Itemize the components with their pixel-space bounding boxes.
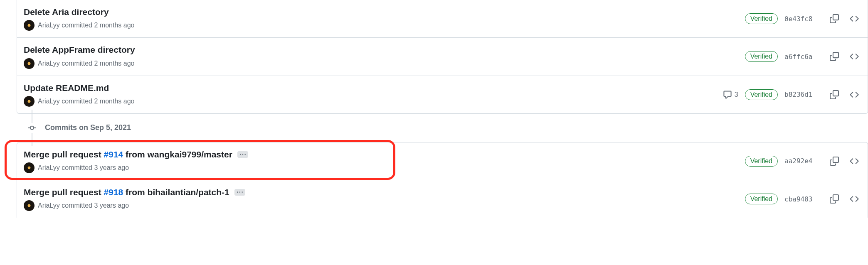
code-icon xyxy=(850,90,859,99)
timeline-dot xyxy=(25,123,39,133)
committed-label: committed xyxy=(62,60,92,67)
git-commit-icon xyxy=(28,124,36,132)
commit-main: Update README.md AriaLyy committed 2 mon… xyxy=(24,83,723,107)
verified-badge[interactable]: Verified xyxy=(745,156,778,167)
commit-main: Delete Aria directory AriaLyy committed … xyxy=(24,7,745,31)
code-icon xyxy=(850,157,859,166)
commit-item: Update README.md AriaLyy committed 2 mon… xyxy=(17,76,868,113)
commit-sha-link[interactable]: a6ffc6a xyxy=(784,53,821,61)
commit-sha-link[interactable]: aa292e4 xyxy=(784,157,821,165)
commit-message-prefix[interactable]: Merge pull request xyxy=(24,187,104,197)
copy-sha-button[interactable] xyxy=(828,192,841,206)
copy-sha-button[interactable] xyxy=(828,155,841,168)
expand-message-button[interactable] xyxy=(234,189,245,196)
copy-sha-button[interactable] xyxy=(828,88,841,101)
copy-icon xyxy=(830,90,839,99)
code-icon xyxy=(850,52,859,61)
browse-code-button[interactable] xyxy=(848,50,861,63)
commit-item: Delete AppFrame directory AriaLyy commit… xyxy=(17,37,868,75)
commit-actions: Verified 0e43fc8 xyxy=(745,12,861,25)
copy-icon xyxy=(830,14,839,23)
commit-sha-link[interactable]: 0e43fc8 xyxy=(784,15,821,23)
commit-actions: Verified cba9483 xyxy=(745,192,861,206)
commit-main: Delete AppFrame directory AriaLyy commit… xyxy=(24,44,745,69)
copy-sha-button[interactable] xyxy=(828,50,841,63)
commit-title: Delete AppFrame directory xyxy=(24,44,745,55)
commit-sha-link[interactable]: b8236d1 xyxy=(784,91,821,98)
code-icon xyxy=(850,194,859,204)
commit-meta: AriaLyy committed 2 months ago xyxy=(24,20,745,31)
avatar[interactable] xyxy=(24,200,35,211)
copy-sha-button[interactable] xyxy=(828,12,841,25)
avatar[interactable] xyxy=(24,20,35,31)
verified-badge[interactable]: Verified xyxy=(745,51,778,62)
author-link[interactable]: AriaLyy xyxy=(38,98,60,105)
comments-link[interactable]: 3 xyxy=(723,90,738,99)
avatar[interactable] xyxy=(24,96,35,107)
commit-message-link[interactable]: Update README.md xyxy=(24,83,109,93)
commit-meta: AriaLyy committed 3 years ago xyxy=(24,200,745,211)
avatar[interactable] xyxy=(24,162,35,173)
commit-sha-link[interactable]: cba9483 xyxy=(784,195,821,203)
verified-badge[interactable]: Verified xyxy=(745,89,778,100)
commit-meta: AriaLyy committed 2 months ago xyxy=(24,58,745,69)
commit-message-link[interactable]: Delete AppFrame directory xyxy=(24,44,135,55)
commit-meta: AriaLyy committed 3 years ago xyxy=(24,162,745,173)
commit-actions: Verified aa292e4 xyxy=(745,155,861,168)
pr-link[interactable]: #914 xyxy=(104,150,123,159)
pr-link[interactable]: #918 xyxy=(104,187,123,197)
commit-actions: Verified a6ffc6a xyxy=(745,50,861,63)
commit-date-header: Commits on Sep 5, 2021 xyxy=(25,114,868,142)
commit-message-prefix[interactable]: Merge pull request xyxy=(24,150,104,159)
committed-label: committed xyxy=(62,22,92,29)
commit-time: 2 months ago xyxy=(94,98,134,105)
copy-icon xyxy=(830,157,839,166)
commit-title: Merge pull request #918 from bihailantia… xyxy=(24,187,745,198)
comments-count: 3 xyxy=(735,91,738,98)
commit-message-link[interactable]: Delete Aria directory xyxy=(24,7,109,17)
commit-main: Merge pull request #914 from wangkai9799… xyxy=(24,149,745,173)
commit-actions: 3 Verified b8236d1 xyxy=(723,88,861,101)
author-link[interactable]: AriaLyy xyxy=(38,60,60,67)
committed-label: committed xyxy=(62,164,92,172)
commit-title: Update README.md xyxy=(24,83,723,93)
commit-time: 3 years ago xyxy=(94,164,129,172)
commit-title: Merge pull request #914 from wangkai9799… xyxy=(24,149,745,160)
commit-time: 3 years ago xyxy=(94,202,129,209)
verified-badge[interactable]: Verified xyxy=(745,194,778,204)
browse-code-button[interactable] xyxy=(848,192,861,206)
browse-code-button[interactable] xyxy=(848,155,861,168)
commit-message-suffix[interactable]: from wangkai9799/master xyxy=(123,150,232,159)
browse-code-button[interactable] xyxy=(848,88,861,101)
commit-item: Delete Aria directory AriaLyy committed … xyxy=(17,0,868,37)
code-icon xyxy=(850,14,859,23)
verified-badge[interactable]: Verified xyxy=(745,13,778,24)
commit-item: Merge pull request #918 from bihailantia… xyxy=(17,180,868,218)
kebab-horizontal-icon xyxy=(240,152,246,157)
copy-icon xyxy=(830,194,839,204)
commit-meta: AriaLyy committed 2 months ago xyxy=(24,96,723,107)
commit-main: Merge pull request #918 from bihailantia… xyxy=(24,187,745,211)
browse-code-button[interactable] xyxy=(848,12,861,25)
copy-icon xyxy=(830,52,839,61)
author-link[interactable]: AriaLyy xyxy=(38,202,60,209)
commit-date-label: Commits on Sep 5, 2021 xyxy=(45,123,131,132)
committed-label: committed xyxy=(62,98,92,105)
kebab-horizontal-icon xyxy=(237,189,243,195)
comment-icon xyxy=(723,90,732,99)
commit-time: 2 months ago xyxy=(94,22,134,29)
avatar[interactable] xyxy=(24,58,35,69)
author-link[interactable]: AriaLyy xyxy=(38,22,60,29)
commit-list-group-2: Merge pull request #914 from wangkai9799… xyxy=(17,142,868,218)
committed-label: committed xyxy=(62,202,92,209)
commit-message-suffix[interactable]: from bihailantian/patch-1 xyxy=(123,187,229,197)
expand-message-button[interactable] xyxy=(237,151,248,158)
commit-item: Merge pull request #914 from wangkai9799… xyxy=(17,142,868,180)
commit-title: Delete Aria directory xyxy=(24,7,745,17)
commit-time: 2 months ago xyxy=(94,60,134,67)
commit-list-group-1: Delete Aria directory AriaLyy committed … xyxy=(17,0,868,114)
author-link[interactable]: AriaLyy xyxy=(38,164,60,172)
